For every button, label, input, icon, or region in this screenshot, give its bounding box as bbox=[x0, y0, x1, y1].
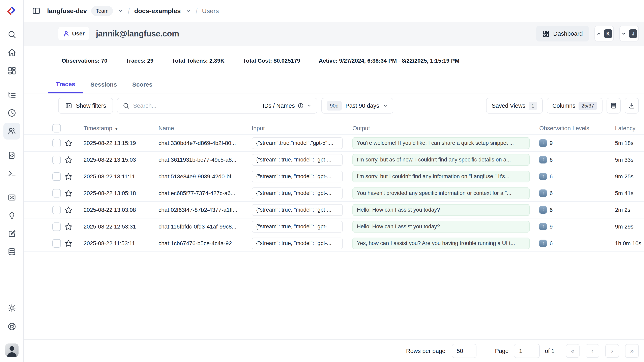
table-row[interactable]: 2025-08-22 13:15:19 chat:330bd4e7-d869-4… bbox=[24, 135, 644, 152]
bookmark-star-icon[interactable] bbox=[64, 172, 72, 180]
user-avatar[interactable] bbox=[5, 344, 18, 357]
cell-output[interactable]: You’re welcome! If you’d like, I can sha… bbox=[352, 137, 530, 149]
rows-per-page-select[interactable]: 50 bbox=[452, 344, 476, 358]
cell-output[interactable]: You haven't provided any specific inform… bbox=[352, 188, 530, 199]
first-page-button[interactable]: « bbox=[566, 344, 580, 358]
search-box[interactable]: IDs / Names bbox=[117, 98, 317, 114]
person-icon bbox=[63, 30, 70, 37]
evaluators-icon[interactable] bbox=[4, 189, 20, 206]
row-height-icon bbox=[610, 102, 617, 109]
chevron-down-icon[interactable] bbox=[185, 8, 191, 14]
cell-latency: 5m 18s bbox=[606, 140, 644, 146]
info-level-icon bbox=[539, 139, 547, 147]
dashboard-button-label: Dashboard bbox=[553, 30, 583, 37]
sessions-clock-icon[interactable] bbox=[4, 104, 20, 122]
datasets-icon[interactable] bbox=[4, 244, 20, 260]
row-checkbox[interactable] bbox=[52, 239, 61, 248]
cell-name: chat:3611931b-bc77-49c5-a8... bbox=[150, 157, 243, 163]
support-lifebuoy-icon[interactable] bbox=[4, 318, 20, 335]
header-timestamp[interactable]: Timestamp▼ bbox=[74, 125, 150, 132]
prompts-icon[interactable] bbox=[4, 147, 20, 164]
cell-input[interactable]: {"stream": true, "model": "gpt-... bbox=[252, 171, 343, 182]
cell-output[interactable]: I'm sorry, but as of now, I couldn't fin… bbox=[352, 154, 530, 166]
table-row[interactable]: 2025-08-22 11:53:11 chat:1cb67476-b5ce-4… bbox=[24, 235, 644, 252]
cell-output[interactable]: Hello! How can I assist you today? bbox=[352, 204, 530, 216]
tab-traces[interactable]: Traces bbox=[48, 76, 83, 94]
app-window: langfuse-dev Team / docs-examples / User… bbox=[0, 0, 644, 362]
show-filters-button[interactable]: Show filters bbox=[58, 98, 113, 114]
tab-scores[interactable]: Scores bbox=[125, 76, 160, 93]
cell-input[interactable]: {"stream": true, "model": "gpt-... bbox=[252, 204, 343, 216]
llm-as-judge-bulb-icon[interactable] bbox=[4, 207, 20, 224]
header-latency[interactable]: Latency bbox=[606, 125, 644, 132]
cell-output[interactable]: I'm sorry, but I couldn't find any infor… bbox=[352, 171, 530, 182]
breadcrumb-environment[interactable]: docs-examples bbox=[134, 7, 181, 15]
chevron-down-icon bbox=[621, 31, 626, 36]
header-output[interactable]: Output bbox=[343, 125, 530, 132]
table-row[interactable]: 2025-08-22 12:53:31 chat:116fbfdc-0fd3-4… bbox=[24, 218, 644, 235]
cell-input[interactable]: {"stream": true, "model": "gpt-... bbox=[252, 188, 343, 199]
chevron-down-icon bbox=[466, 348, 472, 354]
page-of-label: of 1 bbox=[545, 348, 554, 354]
breadcrumb-project[interactable]: langfuse-dev bbox=[47, 7, 87, 15]
export-download-button[interactable] bbox=[625, 98, 639, 114]
header-name[interactable]: Name bbox=[150, 125, 243, 132]
search-mode-selector[interactable]: IDs / Names bbox=[262, 102, 312, 109]
select-all-checkbox[interactable] bbox=[52, 124, 61, 132]
row-checkbox[interactable] bbox=[52, 139, 61, 148]
cell-input[interactable]: {"stream": true, "model": "gpt-... bbox=[252, 238, 343, 249]
saved-views-button[interactable]: Saved Views 1 bbox=[486, 98, 543, 114]
row-checkbox[interactable] bbox=[52, 222, 61, 231]
table-row[interactable]: 2025-08-22 13:03:08 chat:02f63f47-87b2-4… bbox=[24, 202, 644, 218]
cell-input[interactable]: {"stream": true, "model": "gpt-... bbox=[252, 154, 343, 166]
annotation-queues-icon[interactable] bbox=[4, 225, 20, 242]
tab-bar: Traces Sessions Scores bbox=[24, 76, 644, 94]
chevron-down-icon[interactable] bbox=[118, 8, 124, 14]
row-height-button[interactable] bbox=[606, 98, 621, 114]
previous-item-button[interactable]: K bbox=[594, 26, 614, 42]
langfuse-logo[interactable] bbox=[5, 4, 18, 17]
sidebar-toggle-icon[interactable] bbox=[30, 5, 42, 16]
dashboard-button[interactable]: Dashboard bbox=[536, 26, 589, 42]
home-icon[interactable] bbox=[4, 44, 20, 61]
playground-terminal-icon[interactable] bbox=[4, 165, 20, 182]
cell-name: chat:ec685f77-7374-427c-a6... bbox=[150, 190, 243, 196]
bookmark-star-icon[interactable] bbox=[64, 223, 72, 231]
dashboard-icon[interactable] bbox=[4, 62, 20, 79]
search-icon[interactable] bbox=[4, 26, 20, 43]
cell-input[interactable]: {"stream":true,"model":"gpt-5",... bbox=[252, 137, 343, 149]
next-page-button[interactable]: › bbox=[605, 344, 619, 358]
row-checkbox[interactable] bbox=[52, 189, 61, 198]
row-checkbox[interactable] bbox=[52, 172, 61, 181]
last-page-button[interactable]: » bbox=[625, 344, 639, 358]
bookmark-star-icon[interactable] bbox=[64, 240, 72, 248]
settings-gear-icon[interactable] bbox=[4, 300, 20, 316]
table-row[interactable]: 2025-08-22 13:15:03 chat:3611931b-bc77-4… bbox=[24, 152, 644, 168]
bookmark-star-icon[interactable] bbox=[64, 156, 72, 164]
next-item-button[interactable]: J bbox=[620, 26, 639, 42]
columns-button[interactable]: Columns 25/37 bbox=[547, 98, 602, 114]
bookmark-star-icon[interactable] bbox=[64, 139, 72, 147]
cell-output[interactable]: Hello! How can I assist you today? bbox=[352, 221, 530, 232]
tab-sessions[interactable]: Sessions bbox=[83, 76, 125, 93]
stat-total-tokens: Total Tokens: 2.39K bbox=[172, 58, 224, 64]
header-observation-levels[interactable]: Observation Levels bbox=[530, 125, 606, 132]
table-row[interactable]: 2025-08-22 13:11:11 chat:513e84e9-9039-4… bbox=[24, 168, 644, 185]
row-checkbox[interactable] bbox=[52, 156, 61, 164]
page-number-input[interactable]: 1 bbox=[514, 344, 540, 358]
search-icon bbox=[123, 102, 130, 109]
bookmark-star-icon[interactable] bbox=[64, 206, 72, 214]
table-row[interactable]: 2025-08-22 13:05:18 chat:ec685f77-7374-4… bbox=[24, 185, 644, 202]
chevron-down-icon bbox=[306, 103, 312, 108]
bookmark-star-icon[interactable] bbox=[64, 189, 72, 197]
cell-output[interactable]: Yes, how can I assist you? Are you havin… bbox=[352, 238, 530, 249]
row-checkbox[interactable] bbox=[52, 206, 61, 214]
header-input[interactable]: Input bbox=[243, 125, 343, 132]
cell-observation-count: 6 bbox=[550, 173, 553, 180]
date-range-button[interactable]: 90d Past 90 days bbox=[322, 98, 393, 114]
previous-page-button[interactable]: ‹ bbox=[586, 344, 599, 358]
cell-input[interactable]: {"stream": true, "model": "gpt-... bbox=[252, 221, 343, 232]
users-icon[interactable] bbox=[4, 122, 20, 140]
search-input[interactable] bbox=[133, 102, 259, 109]
tracing-icon[interactable] bbox=[4, 86, 20, 103]
